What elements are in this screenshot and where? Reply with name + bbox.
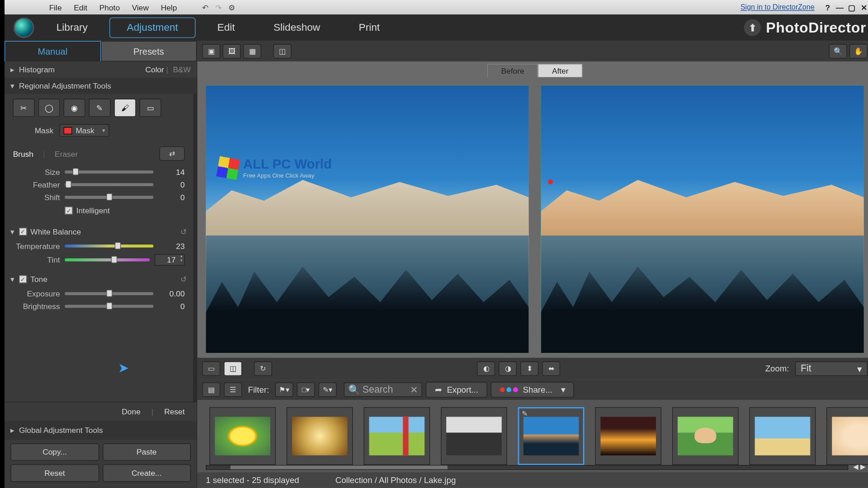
undo-icon[interactable]: ↶ [198, 3, 212, 12]
gradient-tool-icon[interactable]: ▭ [140, 99, 161, 117]
menu-help[interactable]: Help [155, 1, 183, 13]
strip-horizontal-icon[interactable]: ▤ [202, 382, 220, 397]
thumbnail[interactable] [441, 407, 507, 465]
search-input[interactable]: 🔍 Search ✕ [344, 382, 422, 397]
after-image[interactable] [541, 85, 863, 353]
edited-icon: ✎ [522, 409, 528, 418]
eraser-mode[interactable]: Eraser [55, 149, 78, 158]
brush-mode[interactable]: Brush [13, 149, 33, 158]
tone-expander[interactable]: ▾ [10, 275, 19, 284]
minimize-icon[interactable]: — [834, 3, 846, 12]
thumbnail[interactable] [750, 407, 816, 465]
view-grid-icon[interactable]: ▦ [243, 44, 261, 58]
mask-dropdown[interactable]: Mask [59, 124, 109, 137]
panel-scrollbar[interactable] [193, 94, 197, 233]
subtab-manual[interactable]: Manual [5, 41, 101, 61]
filter-flag-icon[interactable]: ⚑▾ [275, 382, 293, 397]
tab-adjustment[interactable]: Adjustment [109, 18, 196, 38]
reset-link[interactable]: Reset [164, 407, 184, 416]
thumbnail-selected[interactable]: ✎ [518, 407, 585, 465]
tint-slider[interactable] [65, 258, 150, 262]
layout-split-icon[interactable]: ◫ [224, 361, 242, 376]
view-image-icon[interactable]: 🖼 [223, 44, 241, 58]
shift-slider[interactable] [65, 196, 153, 199]
wb-expander[interactable]: ▾ [10, 227, 19, 236]
watermark-logo-icon [216, 156, 240, 180]
subtab-presets[interactable]: Presets [101, 41, 197, 61]
feather-slider[interactable] [65, 183, 153, 186]
thumbnail[interactable] [363, 407, 430, 465]
global-expander[interactable]: ▸ [10, 426, 19, 435]
wb-reset-icon[interactable]: ↺ [180, 227, 187, 236]
view-compare-icon[interactable]: ◫ [274, 44, 292, 58]
size-slider[interactable] [65, 170, 153, 174]
zoom-dropdown[interactable]: Fit▾ [795, 361, 868, 376]
view-single-icon[interactable]: ▣ [202, 44, 220, 58]
tint-value[interactable]: 17 [155, 254, 185, 266]
temperature-slider[interactable] [65, 244, 153, 248]
mode-bw[interactable]: B&W [173, 65, 190, 74]
menu-file[interactable]: File [43, 1, 68, 13]
create-button[interactable]: Create... [103, 465, 191, 482]
thumbnail[interactable] [826, 407, 868, 465]
flip-v-icon[interactable]: ⬌ [542, 361, 560, 376]
exposure-label: Exposure [13, 289, 60, 298]
mask-brush-tool-icon[interactable]: 🖌 [114, 99, 136, 117]
upload-icon[interactable]: ⬆ [744, 19, 761, 36]
menu-photo[interactable]: Photo [93, 1, 126, 13]
exposure-slider[interactable] [65, 292, 153, 296]
before-image[interactable]: ALL PC WorldFree Apps One Click Away [206, 85, 528, 353]
filter-label-icon[interactable]: □▾ [297, 382, 315, 397]
layout-single-icon[interactable]: ▭ [202, 361, 220, 376]
close-icon[interactable]: ✕ [858, 3, 868, 12]
wb-checkbox[interactable]: ✓ [19, 228, 27, 235]
mirror-v-icon[interactable]: ◑ [499, 361, 517, 376]
before-tab[interactable]: Before [487, 64, 538, 77]
tone-reset-icon[interactable]: ↺ [180, 275, 187, 284]
tone-checkbox[interactable]: ✓ [19, 275, 27, 283]
flip-h-icon[interactable]: ⬍ [520, 361, 538, 376]
brush-tool-icon[interactable]: ✎ [89, 99, 111, 117]
intelligent-checkbox[interactable]: ✓ [65, 206, 72, 214]
rotate-icon[interactable]: ↻ [254, 361, 272, 376]
help-icon[interactable]: ? [822, 3, 834, 12]
next-icon[interactable]: ▶ [860, 463, 865, 471]
filter-edit-icon[interactable]: ✎▾ [318, 382, 336, 397]
zoom-tool-icon[interactable]: 🔍 [829, 44, 847, 58]
maximize-icon[interactable]: ▢ [846, 3, 858, 12]
spot-tool-icon[interactable]: ◯ [38, 99, 60, 117]
redo-icon[interactable]: ↷ [212, 3, 225, 12]
histogram-expander[interactable]: ▸ [10, 65, 19, 74]
mode-color[interactable]: Color [145, 65, 164, 74]
after-tab[interactable]: After [538, 64, 582, 77]
thumbnail[interactable] [672, 407, 739, 465]
strip-list-icon[interactable]: ☰ [224, 382, 242, 397]
gear-icon[interactable]: ⚙ [225, 3, 238, 12]
crop-tool-icon[interactable]: ✂ [13, 99, 35, 117]
signin-link[interactable]: Sign in to DirectorZone [741, 3, 815, 12]
tab-slideshow[interactable]: Slideshow [257, 18, 337, 38]
filmstrip-scrollbar[interactable] [206, 465, 848, 470]
mirror-h-icon[interactable]: ◐ [477, 361, 495, 376]
tab-print[interactable]: Print [342, 18, 396, 38]
paste-button[interactable]: Paste [103, 443, 191, 461]
share-button[interactable]: Share...▾ [491, 382, 574, 398]
clear-search-icon[interactable]: ✕ [410, 384, 418, 395]
regional-expander[interactable]: ▾ [10, 81, 19, 90]
menu-edit[interactable]: Edit [68, 1, 94, 13]
thumbnail[interactable] [287, 407, 353, 465]
brightness-slider[interactable] [65, 305, 153, 308]
done-button[interactable]: Done [122, 407, 140, 416]
tab-edit[interactable]: Edit [200, 18, 252, 38]
tab-library[interactable]: Library [39, 18, 104, 38]
redeye-tool-icon[interactable]: ◉ [64, 99, 85, 117]
copy-button[interactable]: Copy... [10, 443, 99, 461]
thumbnail[interactable] [209, 407, 276, 465]
prev-icon[interactable]: ◀ [853, 463, 858, 471]
thumbnail[interactable] [595, 407, 661, 465]
pan-tool-icon[interactable]: ✋ [849, 44, 868, 58]
invert-icon[interactable]: ⇄ [160, 146, 185, 161]
export-button[interactable]: ➦ Export... [426, 382, 487, 398]
menu-view[interactable]: View [126, 1, 155, 13]
reset-button[interactable]: Reset [10, 465, 99, 482]
